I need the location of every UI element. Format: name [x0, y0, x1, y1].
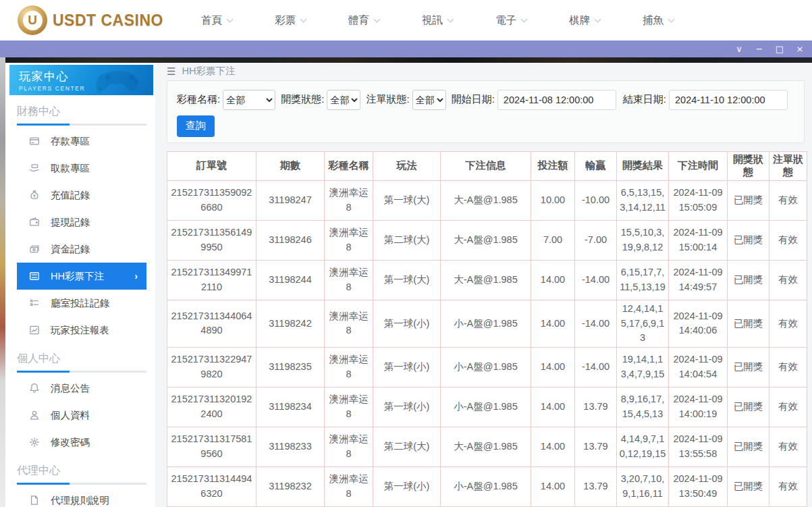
end-date-input[interactable]: [669, 90, 788, 110]
cell-draw-status: 已開獎: [728, 427, 769, 467]
start-date-label: 開始日期:: [452, 93, 495, 106]
cell-draw-status: 已開獎: [728, 220, 769, 260]
cell-play-type: 第一球(小): [373, 467, 441, 507]
cell-bet-info: 小-A盤@1.985: [441, 388, 531, 427]
sidebar-item-label: 個人資料: [51, 409, 90, 422]
table-row: 215217311359092668031198247澳洲幸运8第一球(大)大-…: [167, 180, 807, 220]
cell-order-status: 有效: [769, 427, 807, 467]
sidebar-item-agent-rules[interactable]: 代理規則說明: [5, 487, 155, 507]
lottery-name-select[interactable]: 全部: [223, 90, 275, 110]
sidebar-section-agent: 代理中心代理規則說明: [5, 456, 155, 507]
nav-item-label: 彩票: [275, 14, 296, 28]
cell-lottery-name: 澳洲幸运8: [325, 300, 373, 347]
draw-status-select[interactable]: 全部: [327, 90, 360, 110]
search-button[interactable]: 查詢: [177, 115, 215, 137]
doc-icon: [29, 495, 40, 506]
cell-lottery-name: 澳洲幸运8: [325, 180, 373, 220]
cell-play-type: 第一球(小): [373, 388, 441, 427]
brand[interactable]: U USDT CASINO: [18, 5, 163, 35]
clipboard-icon: [29, 298, 40, 309]
breadcrumb: ☰ HH彩票下注: [155, 63, 812, 80]
chevron-down-icon: [521, 16, 528, 22]
cell-lottery-name: 澳洲幸运8: [325, 260, 373, 300]
maximize-button[interactable]: □: [769, 41, 790, 57]
chart-icon: [29, 325, 40, 336]
sidebar-item-profile[interactable]: 個人資料: [5, 402, 155, 429]
chevron-down-icon: [227, 16, 234, 22]
column-header: 開獎結果: [617, 151, 669, 180]
hamburger-menu-icon[interactable]: ☰: [167, 65, 175, 78]
nav-item-board[interactable]: 棋牌: [569, 14, 600, 28]
cell-bet-info: 大-A盤@1.985: [441, 260, 531, 300]
cell-draw-status: 已開獎: [728, 260, 769, 300]
cell-order-no: 2152173113590926680: [167, 180, 256, 220]
cell-play-type: 第一球(大): [373, 180, 441, 220]
cell-bet-info: 大-A盤@1.985: [441, 427, 531, 467]
cell-bet-amount: 14.00: [531, 467, 575, 507]
sidebar-item-label: HH彩票下注: [51, 270, 104, 283]
nav-item-sports[interactable]: 體育: [348, 14, 379, 28]
draw-status-label: 開獎狀態:: [281, 93, 324, 106]
collapse-button[interactable]: ∨: [729, 41, 749, 57]
column-header: 輸贏: [575, 151, 617, 180]
sidebar-item-change-password[interactable]: 修改密碼: [5, 429, 155, 456]
sidebar-item-funds-record[interactable]: 資金記錄: [5, 236, 155, 263]
page-title: HH彩票下注: [182, 65, 235, 78]
section-underline: [17, 124, 146, 126]
nav-item-home[interactable]: 首頁: [201, 14, 232, 28]
cell-bet-info: 小-A盤@1.985: [441, 300, 531, 347]
nav-item-slots[interactable]: 電子: [495, 14, 526, 28]
minimize-button[interactable]: −: [749, 41, 769, 57]
cell-order-status: 有效: [769, 467, 807, 507]
nav-item-fishing[interactable]: 捕魚: [643, 14, 674, 28]
bell-icon: [29, 383, 40, 394]
sidebar-item-room-bet-record[interactable]: 廳室投註記錄: [5, 290, 155, 317]
cell-draw-result: 6,5,13,15,3,14,12,11: [617, 180, 669, 220]
table-row: 215217311344064489031198242澳洲幸运8第一球(小)小-…: [167, 300, 807, 347]
sidebar-item-label: 充值記錄: [51, 189, 90, 202]
cash-icon: [29, 244, 40, 255]
sidebar-item-player-bet-report[interactable]: 玩家投注報表: [5, 317, 155, 344]
cell-bet-amount: 14.00: [531, 260, 575, 300]
chevron-down-icon: [595, 16, 601, 22]
cell-order-no: 2152173113499712110: [167, 260, 256, 300]
order-status-select[interactable]: 全部: [412, 90, 446, 110]
close-button[interactable]: ×: [790, 41, 810, 57]
nav-item-lottery[interactable]: 彩票: [275, 14, 306, 28]
cell-order-no: 2152173113561499950: [167, 220, 256, 260]
nav-item-label: 視訊: [422, 14, 443, 28]
window-titlebar[interactable]: ∨ − □ ×: [0, 41, 812, 57]
nav-item-label: 棋牌: [569, 14, 590, 28]
sidebar-item-withdraw-record[interactable]: 提現記錄: [5, 209, 155, 236]
nav-item-video[interactable]: 視訊: [422, 14, 453, 28]
cell-bet-amount: 7.00: [531, 220, 575, 260]
cell-period: 31198246: [256, 220, 325, 260]
chevron-down-icon: [448, 16, 454, 22]
cell-bet-info: 大-A盤@1.985: [441, 180, 531, 220]
cell-bet-time: 2024-11-09 15:05:09: [669, 180, 728, 220]
table-row: 215217311320192240031198234澳洲幸运8第一球(小)小-…: [167, 388, 807, 427]
sidebar-item-label: 資金記錄: [51, 243, 90, 256]
user-icon: [29, 410, 40, 421]
sidebar-item-withdraw[interactable]: 取款專區: [5, 155, 155, 182]
sidebar-item-announcements[interactable]: 消息公告: [5, 375, 155, 402]
cell-order-status: 有效: [769, 388, 807, 427]
sidebar-item-recharge-record[interactable]: 充值記錄: [5, 182, 155, 209]
filter-row: 彩種名稱: 全部 開獎狀態: 全部 注單狀態: 全部 開始日期: 結束日期:: [177, 90, 794, 110]
section-underline: [17, 371, 146, 373]
cell-play-type: 第二球(大): [373, 220, 441, 260]
cell-play-type: 第一球(小): [373, 348, 441, 388]
cell-play-type: 第二球(大): [373, 427, 441, 467]
sidebar-item-hh-lottery-bets[interactable]: HH彩票下注›: [17, 263, 146, 290]
cell-order-no: 2152173113201922400: [167, 388, 256, 427]
start-date-input[interactable]: [497, 90, 616, 110]
cell-bet-time: 2024-11-09 14:49:57: [669, 260, 728, 300]
logo-letter: U: [23, 11, 43, 30]
sidebar-item-deposit[interactable]: 存款專區: [5, 128, 155, 155]
cell-draw-result: 15,5,10,3,19,9,8,12: [617, 220, 669, 260]
sidebar-section-personal: 個人中心消息公告個人資料修改密碼: [5, 344, 155, 456]
cell-win-loss: 13.79: [575, 388, 617, 427]
cell-win-loss: -14.00: [575, 300, 617, 347]
table-row: 215217311349971211031198244澳洲幸运8第一球(大)大-…: [167, 260, 807, 300]
main-content: ☰ HH彩票下注 彩種名稱: 全部 開獎狀態: 全部 注單狀態: 全部 開始日期…: [155, 63, 812, 507]
